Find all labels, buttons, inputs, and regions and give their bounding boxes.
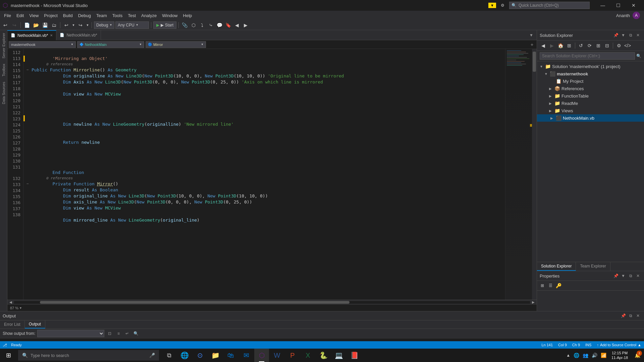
class-dropdown[interactable]: 🔷 NethookMain ▼ xyxy=(77,41,144,48)
open-btn[interactable]: 📂 xyxy=(32,21,40,29)
taskbar-search-box[interactable]: 🔍 Type here to search 🎤 xyxy=(18,350,159,361)
menu-project[interactable]: Project xyxy=(41,12,60,19)
output-toggle-btn[interactable]: ≡ xyxy=(115,330,122,337)
vertical-scrollbar[interactable] xyxy=(532,49,537,300)
sidebar-data-sources[interactable]: Data Sources xyxy=(0,79,7,107)
taskbar-app-powerpoint[interactable]: P xyxy=(285,349,300,362)
menu-debug[interactable]: Debug xyxy=(75,12,94,19)
platform-dropdown[interactable]: Any CPU ▼ xyxy=(115,21,149,29)
se-pin-btn[interactable]: 📌 xyxy=(612,32,619,39)
tray-expand-btn[interactable]: ▲ xyxy=(565,353,571,358)
taskbar-app-edge[interactable]: 🌐 xyxy=(177,349,192,362)
undo-btn[interactable]: ↩ xyxy=(62,21,70,29)
maximize-button[interactable]: ☐ xyxy=(610,0,626,11)
menu-file[interactable]: File xyxy=(1,12,14,19)
status-ln[interactable]: Ln 141 xyxy=(541,343,553,347)
se-references-item[interactable]: ▶ 📦 References xyxy=(537,85,644,92)
se-collapse-btn[interactable]: ⊟ xyxy=(603,42,611,50)
se-props-btn[interactable]: ⚙ xyxy=(615,42,623,50)
nav-plus-btn[interactable]: + xyxy=(529,41,535,48)
taskbar-app-mail[interactable]: ✉ xyxy=(239,349,254,362)
module-dropdown[interactable]: masternethook ▼ xyxy=(9,41,76,48)
save-btn[interactable]: 💾 xyxy=(41,21,49,29)
taskbar-app-excel[interactable]: X xyxy=(301,349,315,362)
taskbar-app-explorer[interactable]: 📁 xyxy=(208,349,223,362)
se-nethookmain-item[interactable]: ▶ ⬛ NethookMain.vb xyxy=(537,114,644,122)
start-button[interactable]: ▶ ▶ Start xyxy=(153,21,176,29)
tray-network-icon[interactable]: 🌐 xyxy=(573,353,580,358)
next-bookmark-btn[interactable]: ▶ xyxy=(242,21,250,29)
tray-people-icon[interactable]: 👥 xyxy=(582,353,589,358)
redo-btn[interactable]: ↪ xyxy=(76,21,85,29)
menu-view[interactable]: View xyxy=(26,12,41,19)
prev-bookmark-btn[interactable]: ◀ xyxy=(233,21,241,29)
se-close-btn[interactable]: ✕ xyxy=(635,32,641,39)
se-refresh-btn[interactable]: ↺ xyxy=(577,42,585,50)
se-arrow-btn[interactable]: ▼ xyxy=(620,32,627,39)
filter-icon[interactable]: ▼ xyxy=(488,3,496,8)
output-pin-btn[interactable]: 📌 xyxy=(620,312,627,319)
clock[interactable]: 12:15 PM 11-Apr-18 xyxy=(609,351,631,360)
forward-btn[interactable]: ↪ xyxy=(10,21,18,29)
indent-btn[interactable]: ⤷ xyxy=(207,21,215,29)
attach-btn[interactable]: 📎 xyxy=(181,21,189,29)
se-home-btn[interactable]: 🏠 xyxy=(556,42,565,50)
menu-window[interactable]: Window xyxy=(159,12,180,19)
redo-arrow[interactable]: ▼ xyxy=(86,21,90,29)
editor-tab-1[interactable]: 📄 NethookMain.vb* ✕ xyxy=(7,30,56,40)
quick-launch-box[interactable]: 🔍 Quick Launch (Ctrl+Q) xyxy=(509,2,590,9)
props-arrow-btn[interactable]: ▼ xyxy=(620,273,627,279)
output-tab-output[interactable]: Output xyxy=(25,320,45,328)
props-key-btn[interactable]: 🔑 xyxy=(555,282,562,289)
tab-overflow[interactable]: ▼ xyxy=(526,33,537,38)
output-wrap-btn[interactable]: ↵ xyxy=(124,330,130,337)
se-myproject-item[interactable]: 📋 My Project xyxy=(537,77,644,85)
se-sync-btn[interactable]: ⟳ xyxy=(586,42,594,50)
status-col[interactable]: Col 9 xyxy=(558,343,567,347)
menu-edit[interactable]: Edit xyxy=(14,12,26,19)
se-filter-btn[interactable]: ⊞ xyxy=(565,42,573,50)
se-code-btn[interactable]: </> xyxy=(624,42,632,50)
notification-btn[interactable]: 🔔 3 xyxy=(632,349,643,362)
taskbar-app-acrobat[interactable]: 📕 xyxy=(347,349,362,362)
minimize-button[interactable]: — xyxy=(595,0,610,11)
props-grid-btn[interactable]: ⊞ xyxy=(539,282,546,289)
se-back-btn[interactable]: ◀ xyxy=(539,42,547,50)
menu-test[interactable]: Test xyxy=(125,12,139,19)
close-button[interactable]: ✕ xyxy=(626,0,641,11)
props-list-btn[interactable]: ☰ xyxy=(547,282,554,289)
bookmark-btn[interactable]: 🔖 xyxy=(224,21,232,29)
status-source-control[interactable]: ↑ Add to Source Control ▲ xyxy=(597,343,641,347)
menu-tools[interactable]: Tools xyxy=(110,12,125,19)
status-ch[interactable]: Ch 9 xyxy=(572,343,580,347)
settings-icon[interactable]: ⚙ xyxy=(499,3,506,8)
close-tab-1[interactable]: ✕ xyxy=(50,34,53,37)
output-source-dropdown[interactable] xyxy=(37,330,104,337)
user-avatar[interactable]: A xyxy=(633,12,640,19)
step-over-btn[interactable]: ⤵ xyxy=(198,21,206,29)
undo-arrow[interactable]: ▼ xyxy=(71,21,75,29)
tray-volume-icon[interactable]: 🔊 xyxy=(591,353,598,358)
output-find-btn[interactable]: 🔍 xyxy=(132,330,139,337)
se-search-btn[interactable]: 🔍 xyxy=(636,54,641,58)
se-project-item[interactable]: ▼ ⬛ masternethook xyxy=(537,70,644,77)
se-expand-all-btn[interactable]: ⊞ xyxy=(594,42,602,50)
output-clear-btn[interactable]: ⊡ xyxy=(106,330,113,337)
taskbar-app-another[interactable]: 💻 xyxy=(331,349,346,362)
debug-config-dropdown[interactable]: Debug ▼ xyxy=(94,21,114,29)
zoom-dropdown-icon[interactable]: ▼ xyxy=(19,306,22,310)
taskbar-app-word[interactable]: W xyxy=(270,349,284,362)
taskbar-app-task-view[interactable]: ⧉ xyxy=(162,349,176,362)
zoom-level[interactable]: 87 % xyxy=(10,306,18,310)
se-expand-btn[interactable]: ⧉ xyxy=(627,32,634,39)
se-forward-btn[interactable]: ▶ xyxy=(548,42,556,50)
props-pin-btn[interactable]: 📌 xyxy=(612,273,619,279)
menu-team[interactable]: Team xyxy=(94,12,110,19)
new-btn[interactable]: 📄 xyxy=(23,21,31,29)
microphone-icon[interactable]: 🎤 xyxy=(149,353,155,358)
se-readme-item[interactable]: ▶ 📁 ReadMe xyxy=(537,100,644,107)
back-btn[interactable]: ↩ xyxy=(1,21,9,29)
status-ins[interactable]: INS xyxy=(585,343,591,347)
se-tab-team[interactable]: Team Explorer xyxy=(576,262,610,271)
taskbar-app-chrome[interactable]: ⊙ xyxy=(193,349,207,362)
